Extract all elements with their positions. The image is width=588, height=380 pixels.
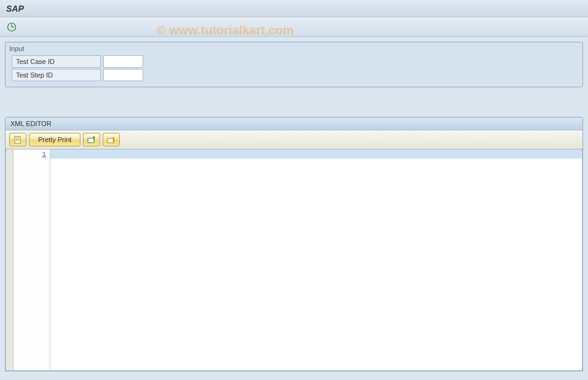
pretty-print-label: Pretty Print (38, 136, 71, 143)
input-groupbox: Input Test Case ID Test Step ID (5, 42, 583, 87)
svg-rect-7 (88, 138, 94, 143)
line-number-gutter: 1 (14, 149, 50, 370)
window-title-bar: SAP (0, 0, 588, 17)
execute-icon[interactable] (6, 22, 17, 33)
editor-margin (6, 149, 14, 370)
xml-editor-frame: XML EDITOR Pretty Print (5, 117, 583, 371)
application-toolbar (0, 17, 588, 37)
svg-rect-5 (16, 139, 20, 140)
svg-rect-3 (15, 137, 20, 143)
pretty-print-button[interactable]: Pretty Print (29, 133, 80, 146)
test-step-id-row: Test Step ID (6, 68, 582, 82)
content-area: Input Test Case ID Test Step ID XML EDIT… (0, 37, 588, 376)
xml-editor-title: XML EDITOR (6, 117, 582, 130)
import-button[interactable] (83, 133, 100, 146)
test-case-id-input[interactable] (103, 55, 143, 68)
svg-rect-4 (16, 138, 20, 138)
svg-rect-6 (16, 140, 20, 141)
input-group-title: Input (6, 45, 582, 55)
test-case-id-label: Test Case ID (12, 55, 101, 68)
current-line-highlight (50, 149, 582, 159)
code-text-area[interactable] (50, 149, 582, 370)
test-step-id-input[interactable] (103, 69, 143, 81)
line-number: 1 (15, 151, 46, 158)
export-button[interactable] (103, 133, 120, 146)
load-file-button[interactable] (9, 133, 26, 146)
test-case-id-row: Test Case ID (6, 55, 582, 68)
test-step-id-label: Test Step ID (12, 69, 101, 81)
app-title: SAP (6, 4, 24, 14)
editor-body: 1 (6, 149, 582, 371)
xml-editor-toolbar: Pretty Print (6, 130, 582, 149)
